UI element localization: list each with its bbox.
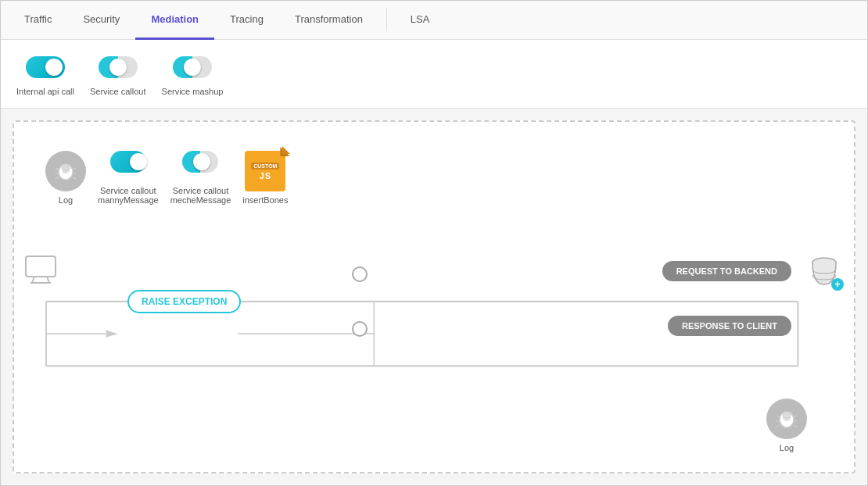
svg-marker-18 (106, 330, 118, 337)
svg-line-31 (794, 425, 797, 427)
request-circle-left (352, 266, 368, 282)
request-backend-label[interactable]: REQUEST TO BACKEND (662, 261, 791, 281)
flow-item-service-callout-meche[interactable]: Service calloutmecheMessage (170, 141, 231, 205)
raise-exception-container: RAISE EXCEPTION (127, 290, 241, 313)
svg-point-8 (62, 166, 70, 170)
tool-service-callout-label: Service callout (90, 87, 146, 96)
flow-item-service-callout-meche-label: Service calloutmecheMessage (170, 186, 231, 205)
tab-traffic[interactable]: Traffic (9, 1, 67, 40)
bug-icon-bottom-log (766, 398, 807, 439)
database-container: + (806, 253, 842, 289)
bug-icon-log (45, 151, 86, 191)
flow-item-service-callout-manny[interactable]: Service calloutmannyMessage (98, 141, 159, 205)
response-client-label[interactable]: RESPONSE TO CLIENT (668, 316, 791, 336)
flow-container: Log Service calloutmannyMessage Service … (13, 120, 855, 473)
service-callout-manny-icon (108, 141, 149, 182)
svg-line-26 (777, 416, 780, 417)
tab-transformation[interactable]: Transformation (279, 1, 378, 40)
tab-mediation[interactable]: Mediation (135, 1, 214, 40)
bottom-log-label: Log (780, 443, 794, 452)
svg-point-32 (783, 413, 791, 418)
monitor-container (23, 255, 59, 286)
svg-line-21 (47, 277, 49, 283)
tool-service-mashup[interactable]: Service mashup (162, 52, 224, 96)
svg-line-7 (73, 177, 76, 179)
monitor-icon (23, 255, 59, 286)
tool-service-mashup-label: Service mashup (162, 87, 224, 96)
svg-line-29 (794, 416, 797, 417)
tab-tracing[interactable]: Tracing (214, 1, 279, 40)
service-callout-icon (96, 52, 139, 83)
tool-service-callout[interactable]: Service callout (90, 52, 146, 96)
flow-item-insert-bones-label: insertBones (242, 195, 288, 205)
tab-bar: Traffic Security Mediation Tracing Trans… (1, 1, 867, 40)
tool-internal-api-call-label: Internal api call (16, 87, 74, 96)
tool-internal-api-call[interactable]: Internal api call (16, 52, 74, 96)
flow-item-log[interactable]: Log (45, 151, 86, 205)
tab-divider (386, 9, 387, 31)
raise-exception-button[interactable]: RAISE EXCEPTION (127, 290, 241, 313)
tab-security[interactable]: Security (67, 1, 135, 40)
svg-line-4 (56, 177, 59, 179)
flow-items-row: Log Service calloutmannyMessage Service … (22, 130, 303, 209)
flow-item-insert-bones[interactable]: CUSTOM JS insertBones (242, 151, 288, 205)
svg-line-28 (777, 425, 780, 427)
svg-line-20 (32, 277, 34, 283)
bottom-log[interactable]: Log (766, 398, 807, 452)
toolbox: Internal api call Service callout Servic… (1, 40, 867, 109)
database-icon[interactable]: + (806, 253, 842, 289)
main-container: Traffic Security Mediation Tracing Trans… (0, 0, 868, 486)
db-add-badge: + (831, 278, 844, 291)
svg-line-5 (73, 168, 76, 170)
custom-js-icon: CUSTOM JS (245, 151, 285, 191)
flow-item-log-label: Log (59, 195, 73, 205)
svg-rect-19 (26, 256, 56, 277)
flow-item-service-callout-manny-label: Service calloutmannyMessage (98, 186, 159, 205)
response-circle-left (352, 321, 368, 337)
service-callout-meche-icon (180, 141, 221, 182)
tab-lsa[interactable]: LSA (395, 1, 446, 40)
service-mashup-icon (170, 52, 213, 83)
canvas-area: Log Service calloutmannyMessage Service … (1, 109, 867, 485)
svg-line-2 (56, 168, 59, 170)
internal-api-call-icon (24, 52, 67, 83)
